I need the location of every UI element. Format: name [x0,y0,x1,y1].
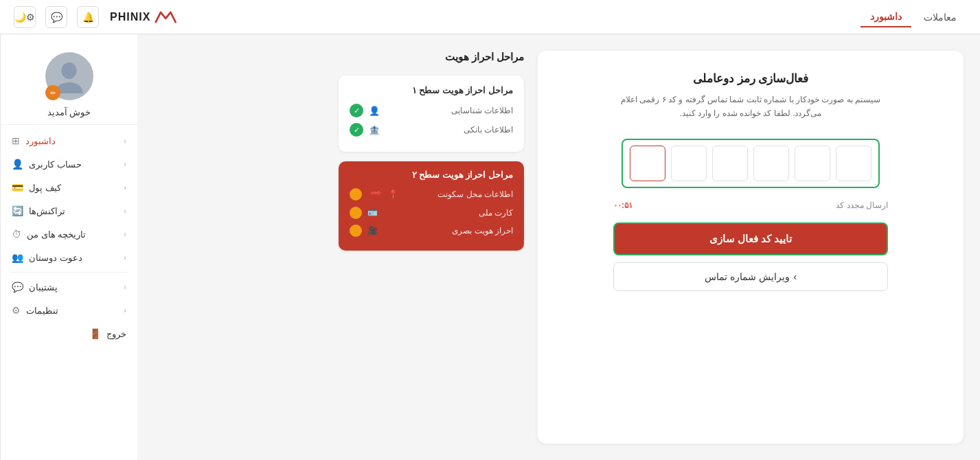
kyc-item-residence: اطلاعات محل سکونت 📍 ⮕ [350,187,513,201]
chevron-left-icon-3: ‹ [124,183,126,192]
topnav-icons: 🔔 💬 ⚙🌙 [14,6,99,28]
sidebar-item-history[interactable]: ‹ تاریخچه های من ⏱ [1,222,137,246]
sidebar-label-wallet: کیف پول [29,183,61,193]
kyc-identification-label: اطلاعات شناسایی [385,106,513,115]
wallet-icon: 💳 [12,182,23,193]
sidebar: ✏ خوش آمدید ‹ داشبورد ⊞ ‹ حساب کاربری 👤 [0,34,137,460]
logo: PHINIX [110,10,179,25]
chevron-left-icon-6: ‹ [124,253,126,262]
kyc-item-identification: اطلاعات شناسایی 👤 ✓ [350,104,513,117]
transactions-icon: 🔄 [12,205,23,216]
topnav: معاملات داشبورد PHINIX 🔔 💬 ⚙🌙 [0,0,980,34]
sidebar-item-support[interactable]: ‹ پشتیبان 💬 [1,275,137,299]
otp-timer: ۰۰:۵۱ [613,200,633,210]
support-icon: 💬 [12,281,23,292]
dashboard-icon: ⊞ [12,135,20,146]
referral-icon: 👥 [12,252,23,263]
sidebar-menu: ‹ داشبورد ⊞ ‹ حساب کاربری 👤 ‹ کیف پول 💳 [1,125,137,460]
sidebar-profile: ✏ خوش آمدید [1,41,137,125]
sidebar-item-account[interactable]: ‹ حساب کاربری 👤 [1,152,137,176]
otp-edit-phone-label: ویرایش شماره تماس [705,271,790,282]
sidebar-divider [10,272,128,273]
sidebar-item-dashboard[interactable]: ‹ داشبورد ⊞ [1,129,137,152]
kyc-banking-check: ✓ [350,123,363,137]
kyc-residence-status-dot [350,188,362,200]
otp-edit-phone-button[interactable]: › ویرایش شماره تماس [613,262,888,291]
chevron-left-icon-7: ‹ [124,283,126,291]
content-area: فعال‌سازی رمز دوعاملی سیستم به صورت خودک… [137,34,980,460]
kyc-item-banking: اطلاعات بانکی 🏦 ✓ [350,123,513,137]
chat-icon[interactable]: 💬 [45,6,67,28]
kyc-identification-icon: 👤 [369,106,380,116]
sidebar-item-transactions[interactable]: ‹ تراکنش‌ها 🔄 [1,199,137,222]
sidebar-item-wallet[interactable]: ‹ کیف پول 💳 [1,176,137,199]
logout-icon: 🚪 [89,328,101,339]
kyc-residence-icon: 📍 [388,189,398,199]
chevron-left-icon-5: ‹ [124,230,126,238]
sidebar-item-settings[interactable]: ‹ تنظیمات ⚙ [1,299,137,322]
avatar-wrapper: ✏ [45,52,93,100]
otp-digit-1[interactable] [630,146,665,181]
avatar-edit-button[interactable]: ✏ [45,85,60,100]
notification-bell-icon[interactable]: 🔔 [77,6,99,28]
kyc-card: مراحل احراز هویت مراحل احراز هویت سطح ۱ … [339,51,524,444]
sidebar-label-settings: تنظیمات [26,306,58,316]
settings-icon: ⚙ [12,305,21,316]
kyc-visual-auth-status-dot [350,225,362,237]
kyc-item-visual-auth: احراز هویت بصری 🎥 [350,225,513,237]
account-icon: 👤 [12,159,23,170]
sidebar-label-logout: خروج [106,329,126,339]
sidebar-label-transactions: تراکنش‌ها [29,206,65,216]
otp-digit-2[interactable] [671,146,707,181]
kyc-national-card-label: کارت ملی [383,208,513,218]
sidebar-label-referral: دعوت دوستان [29,253,82,263]
kyc-residence-label: اطلاعات محل سکونت [404,189,513,199]
nav-dashboard[interactable]: داشبورد [861,7,911,27]
sidebar-label-dashboard: داشبورد [25,136,56,146]
chevron-left-icon: ‹ [124,137,126,145]
kyc-level1-box: مراحل احراز هویت سطح ۱ اطلاعات شناسایی 👤… [339,76,524,152]
kyc-visual-auth-label: احراز هویت بصری [383,226,513,235]
kyc-title: مراحل احراز هویت [339,51,524,63]
settings-moon-icon[interactable]: ⚙🌙 [14,6,36,28]
kyc-visual-auth-icon: 🎥 [367,226,378,235]
kyc-level2-title: مراحل احراز هویت سطح ۲ [350,170,513,180]
kyc-national-card-status-dot [350,207,362,219]
topnav-left: PHINIX 🔔 💬 ⚙🌙 [14,6,179,28]
otp-confirm-button[interactable]: تایید کد فعال سازی [613,222,888,255]
kyc-national-card-icon: 🪪 [367,208,378,218]
chevron-right-icon: › [794,271,797,282]
otp-digit-6[interactable] [836,146,871,181]
kyc-level2-box: مراحل احراز هویت سطح ۲ اطلاعات محل سکونت… [339,161,524,251]
otp-resend-button[interactable]: ارسال مجدد کد [836,200,888,210]
sidebar-item-referral[interactable]: ‹ دعوت دوستان 👥 [1,246,137,269]
chevron-left-icon-8: ‹ [124,306,126,314]
nav-links: معاملات داشبورد [861,7,966,27]
otp-digit-4[interactable] [753,146,789,181]
logo-icon [155,10,179,25]
otp-digit-3[interactable] [712,146,748,181]
otp-timer-row: ارسال مجدد کد ۰۰:۵۱ [613,200,888,210]
otp-title: فعال‌سازی رمز دوعاملی [693,71,808,86]
kyc-item-national-card: کارت ملی 🪪 [350,207,513,219]
sidebar-label-history: تاریخچه های من [27,229,86,240]
kyc-banking-icon: 🏦 [369,125,380,135]
logo-text: PHINIX [110,11,150,23]
welcome-text: خوش آمدید [47,107,91,117]
sidebar-label-support: پشتیبان [29,282,58,292]
chevron-left-icon-4: ‹ [124,207,126,215]
otp-description: سیستم به صورت خودکار با شماره ثابت شما ت… [621,93,880,121]
otp-inputs-container [622,139,880,188]
nav-transactions[interactable]: معاملات [914,8,966,27]
otp-card: فعال‌سازی رمز دوعاملی سیستم به صورت خودک… [538,51,964,444]
sidebar-label-account: حساب کاربری [29,159,82,170]
chevron-left-icon-2: ‹ [124,160,126,168]
kyc-identification-check: ✓ [350,104,363,117]
red-arrow-icon: ⮕ [370,187,383,201]
sidebar-item-logout[interactable]: خروج 🚪 [1,322,137,345]
otp-digit-5[interactable] [795,146,830,181]
svg-point-0 [62,62,77,79]
main-wrapper: فعال‌سازی رمز دوعاملی سیستم به صورت خودک… [0,34,980,460]
kyc-banking-label: اطلاعات بانکی [385,125,513,135]
kyc-level1-title: مراحل احراز هویت سطح ۱ [350,85,513,95]
